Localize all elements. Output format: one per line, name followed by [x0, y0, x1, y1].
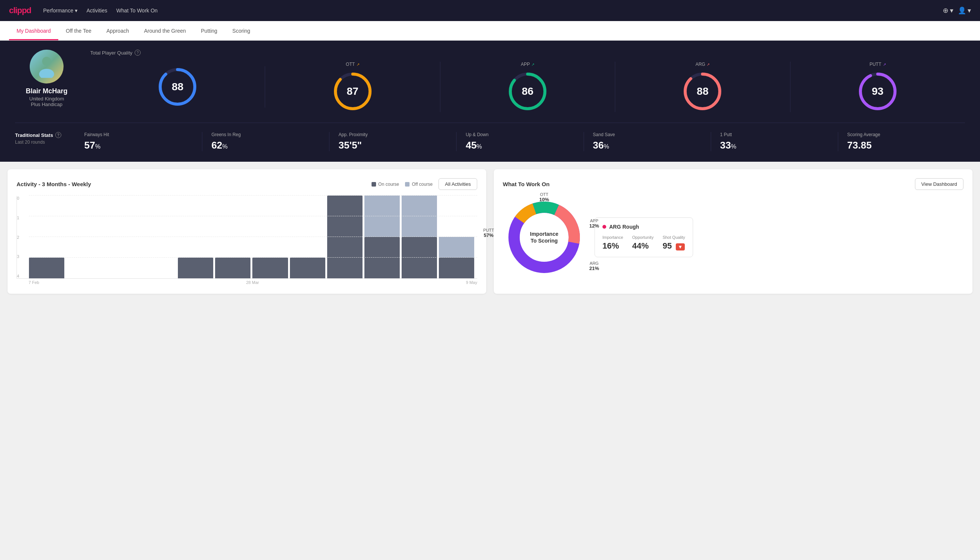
tab-my-dashboard[interactable]: My Dashboard — [9, 21, 58, 40]
bar-off-course — [364, 195, 400, 237]
donut-section: ImportanceTo Scoring OTT 10% APP 12% ARG… — [503, 196, 963, 279]
chevron-down-icon: ▾ — [75, 8, 77, 13]
traditional-stats: Traditional Stats ? Last 20 rounds Fairw… — [15, 123, 965, 151]
gridline-4 — [29, 195, 477, 195]
nav-performance[interactable]: Performance ▾ — [43, 8, 77, 13]
tab-around-the-green[interactable]: Around the Green — [136, 21, 193, 40]
stat-greens-in-reg: Greens In Reg 62% — [202, 132, 329, 151]
stats-help-icon[interactable]: ? — [55, 132, 61, 138]
stats-items: Fairways Hit 57% Greens In Reg 62% App. … — [75, 132, 965, 151]
nav-activities[interactable]: Activities — [87, 8, 107, 13]
add-button[interactable]: ⊕ ▾ — [943, 7, 953, 15]
tab-scoring[interactable]: Scoring — [225, 21, 258, 40]
gridline-3 — [29, 216, 477, 216]
bar-group-week-8 — [290, 196, 325, 278]
quality-circles: 88 OTT ↗ 87 — [90, 62, 965, 112]
navbar-right: ⊕ ▾ 👤 ▾ — [943, 7, 971, 15]
label-ott: OTT 10% — [539, 192, 549, 202]
legend-off-course: Off course — [405, 182, 433, 187]
tooltip-shot-quality: Shot Quality 95 ▼ — [662, 235, 685, 251]
stats-label-col: Traditional Stats ? Last 20 rounds — [15, 132, 75, 145]
circle-overall-value: 88 — [172, 81, 183, 93]
tooltip-title: ARG Rough — [602, 224, 685, 230]
quality-help-icon[interactable]: ? — [135, 50, 141, 56]
app-trend-icon: ↗ — [531, 62, 534, 67]
bar-on-course — [402, 237, 437, 278]
arg-rough-tooltip: ARG Rough Importance 16% Opportunity 44%… — [594, 217, 693, 257]
view-dashboard-button[interactable]: View Dashboard — [915, 178, 963, 190]
bar-group-week-5 — [178, 196, 213, 278]
bar-stack — [327, 195, 363, 278]
label-app: APP 12% — [589, 218, 599, 229]
chart-wrapper: 4 3 2 1 0 7 Feb 28 Mar 9 May — [17, 196, 477, 285]
logo: clippd — [9, 6, 31, 15]
navbar: clippd Performance ▾ Activities What To … — [0, 0, 980, 21]
bar-group-week-6 — [215, 196, 250, 278]
bar-stack — [290, 258, 325, 278]
x-axis-labels: 7 Feb 28 Mar 9 May — [17, 280, 477, 285]
tooltip-importance: Importance 16% — [602, 235, 623, 251]
gridline-2 — [29, 237, 477, 237]
player-info: Blair McHarg United Kingdom Plus Handica… — [15, 50, 90, 107]
user-dropdown-icon: ▾ — [968, 7, 971, 15]
quality-ott: OTT ↗ 87 — [265, 62, 440, 112]
quality-app: APP ↗ 86 — [440, 62, 615, 112]
importance-value: 16% — [602, 241, 623, 251]
tab-putting[interactable]: Putting — [193, 21, 225, 40]
bar-stack — [252, 258, 288, 278]
activity-card-title: Activity - 3 Months - Weekly — [17, 181, 91, 187]
quality-putt-label: PUTT ↗ — [869, 62, 885, 67]
quality-section: Total Player Quality ? 88 — [90, 50, 965, 112]
add-dropdown-icon: ▾ — [950, 7, 953, 15]
tooltip-opportunity: Opportunity 44% — [632, 235, 654, 251]
what-to-work-on-card: What To Work On View Dashboard Importanc… — [494, 169, 972, 294]
shot-quality-badge: ▼ — [676, 243, 685, 250]
activity-card: Activity - 3 Months - Weekly On course O… — [8, 169, 486, 294]
tooltip-metrics: Importance 16% Opportunity 44% Shot Qual… — [602, 235, 685, 251]
arg-trend-icon: ↗ — [707, 62, 710, 67]
avatar-svg — [35, 55, 58, 78]
bar-stack — [215, 258, 250, 278]
shot-quality-value: 95 ▼ — [662, 241, 685, 251]
circle-arg: 88 — [682, 71, 723, 112]
bar-stack — [439, 237, 474, 278]
activity-card-header: Activity - 3 Months - Weekly On course O… — [17, 178, 477, 190]
bar-group-week-1 — [29, 196, 64, 278]
stat-one-putt: 1 Putt 33% — [711, 132, 838, 151]
circle-app-value: 86 — [522, 85, 533, 97]
putt-trend-icon: ↗ — [883, 62, 886, 67]
bar-group-week-9 — [327, 196, 363, 278]
bar-on-course — [252, 258, 288, 278]
hero-section: Blair McHarg United Kingdom Plus Handica… — [0, 41, 980, 162]
tab-off-the-tee[interactable]: Off the Tee — [58, 21, 99, 40]
ott-trend-icon: ↗ — [356, 62, 359, 67]
bar-stack — [402, 195, 437, 278]
bar-stack — [364, 195, 400, 278]
wtwo-card-header: What To Work On View Dashboard — [503, 178, 963, 190]
player-handicap: Plus Handicap — [31, 102, 62, 107]
stat-app-proximity: App. Proximity 35'5" — [329, 132, 456, 151]
bar-group-week-12 — [439, 196, 474, 278]
circle-ott: 87 — [332, 71, 373, 112]
tab-approach[interactable]: Approach — [99, 21, 136, 40]
stats-sublabel: Last 20 rounds — [15, 140, 75, 145]
bar-on-course — [290, 258, 325, 278]
opportunity-value: 44% — [632, 241, 654, 251]
player-row: Blair McHarg United Kingdom Plus Handica… — [15, 50, 965, 112]
all-activities-button[interactable]: All Activities — [438, 178, 477, 190]
off-course-legend-dot — [405, 182, 409, 187]
stat-fairways-hit: Fairways Hit 57% — [75, 132, 202, 151]
bar-off-course — [439, 237, 474, 258]
donut-container: ImportanceTo Scoring OTT 10% APP 12% ARG… — [503, 196, 586, 279]
circle-arg-value: 88 — [697, 85, 709, 97]
nav-links: Performance ▾ Activities What To Work On — [43, 8, 158, 13]
bar-on-course — [364, 237, 400, 278]
stat-scoring-average: Scoring Average 73.85 — [838, 132, 965, 151]
user-menu-button[interactable]: 👤 ▾ — [958, 7, 971, 15]
bar-stack — [29, 258, 64, 278]
label-arg: ARG 21% — [589, 261, 599, 271]
cards-row: Activity - 3 Months - Weekly On course O… — [0, 162, 980, 301]
circle-putt-value: 93 — [872, 85, 883, 97]
nav-what-to-work-on[interactable]: What To Work On — [116, 8, 158, 13]
svg-point-0 — [42, 57, 51, 66]
